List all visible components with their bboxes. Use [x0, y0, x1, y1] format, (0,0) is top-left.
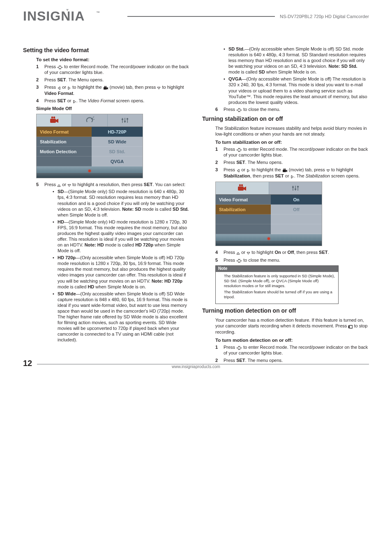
screenshot-footer [37, 166, 143, 178]
text: when Simple Mode is on. [94, 284, 146, 289]
menu-option: On [271, 195, 322, 205]
record-mode-icon [57, 65, 63, 69]
set-label: SET [319, 250, 327, 255]
text: or [240, 167, 247, 172]
text: to close the menu. [242, 107, 280, 112]
note-label: Note: SD [122, 207, 141, 212]
text: Press [224, 345, 236, 350]
right-arrow-icon [67, 85, 71, 90]
svg-rect-16 [238, 187, 244, 191]
menu-item: Stabilization [216, 205, 271, 214]
heading-to-turn-stabilization: To turn stabilization on or off: [215, 139, 369, 145]
bullet-sd: SD—(Simple Mode only) SD mode resolution… [53, 189, 190, 217]
menu-option: QVGA [92, 157, 143, 166]
text: or [284, 173, 291, 178]
step-5: 5 Press or to highlight a resolution, th… [36, 182, 190, 343]
text: to highlight a resolution, then press [71, 182, 144, 187]
text: Press [44, 77, 57, 82]
footer-bar: 12 www.insigniaproducts.com [23, 359, 369, 368]
note-label: Note: HD 720p [152, 279, 182, 283]
set-label: SET [236, 160, 245, 165]
text: when Simple Mode is off. [58, 212, 108, 217]
set-label: SET [57, 77, 66, 82]
text: to enter Record mode. The record/power i… [44, 64, 189, 75]
menu-item-empty [216, 224, 271, 234]
text: to enter Record mode. The record/power i… [224, 147, 368, 157]
video-format-italic: Video Format [88, 98, 115, 103]
note-bold: SD [258, 69, 265, 74]
text: Press [44, 182, 57, 187]
svg-rect-3 [104, 87, 107, 90]
bullet-text: —(Only accessible when Simple Mode is of… [228, 76, 367, 104]
svg-text:INSIGNIA: INSIGNIA [23, 9, 85, 23]
bullet-label: SD [58, 189, 64, 194]
note-bold: HD [88, 284, 94, 289]
stab-step-2: 2 Press SET. The Menu opens. [215, 159, 369, 165]
text: to highlight the [250, 167, 282, 172]
bullet-label: SD Wide [58, 291, 76, 296]
menu-screenshot-stabilization: Video Format Stabilization On Off [215, 182, 322, 246]
text: Your camcorder has a motion detection fe… [215, 318, 364, 328]
text: Press [224, 107, 236, 112]
stab-step-1: 1 Press to enter Record mode. The record… [215, 146, 369, 158]
simple-mode-off-label: Simple Mode Off [36, 106, 190, 111]
down-arrow-icon [326, 167, 330, 173]
heading-to-set-video-format: To set the video format: [36, 57, 190, 63]
svg-point-7 [51, 117, 53, 119]
record-stop-icon [348, 323, 353, 329]
screenshot-footer [216, 234, 322, 246]
up-arrow-icon [236, 250, 240, 256]
svg-point-4 [104, 86, 105, 87]
right-arrow-icon [73, 98, 76, 104]
text: or [66, 98, 73, 103]
set-label: SET [144, 182, 152, 187]
svg-point-18 [241, 184, 243, 187]
down-arrow-icon [247, 250, 250, 256]
tab-settings [269, 182, 322, 194]
text: to enter Record mode. The record/power i… [224, 345, 368, 355]
step-2: 2 Press SET. The Menu opens. [36, 77, 190, 83]
tab-movie [216, 182, 269, 194]
text: . The [294, 173, 306, 178]
text: or [281, 250, 288, 255]
svg-point-14 [283, 168, 284, 170]
record-mode-icon [236, 258, 242, 263]
set-label: SET [57, 98, 66, 103]
up-arrow-icon [57, 182, 61, 188]
stab-step-5: 5 Press to close the menu. [215, 257, 369, 263]
svg-rect-12 [127, 118, 128, 120]
bullet-sdstd: SD Std.—(Only accessible when Simple Mod… [224, 46, 369, 75]
text: , then press [294, 250, 319, 255]
header-rule [127, 16, 275, 17]
note-box: Note The Stabilization feature is only s… [215, 265, 339, 304]
text: screen opens. [115, 98, 144, 103]
note-label: Note: SD Std. [328, 64, 357, 69]
record-mode-icon [236, 147, 242, 152]
video-format-label: Video Format [44, 91, 73, 96]
text: Press [224, 147, 236, 152]
menu-option-empty [271, 214, 322, 224]
text: , then press [250, 173, 275, 178]
stabilization-intro: The Stabilization feature increases stab… [215, 125, 369, 137]
text: . [73, 91, 74, 96]
stabilization-italic: Stabilization [306, 173, 330, 178]
svg-rect-13 [283, 170, 286, 172]
right-arrow-icon [247, 167, 250, 173]
bullet-label: QVGA [228, 76, 242, 81]
bullet-sdwide: SD Wide—(Only accessible when Simple Mod… [53, 291, 190, 343]
down-arrow-icon [67, 182, 71, 188]
text: . The Menu opens. [245, 160, 283, 165]
text: Press [224, 258, 236, 263]
tab-movie [37, 114, 72, 127]
menu-item-empty [216, 214, 271, 224]
menu-item: Stabilization [37, 137, 92, 147]
text: to highlight the [71, 85, 103, 90]
left-column: Setting the video format To set the vide… [23, 45, 190, 365]
set-label: SET [275, 173, 284, 178]
text: Press [224, 250, 236, 255]
stabilization-label: Stabilization [224, 173, 250, 178]
heading-to-turn-motion: To turn motion detection on or off: [215, 337, 369, 343]
svg-rect-10 [122, 119, 123, 120]
svg-rect-23 [350, 325, 353, 328]
footer-url: www.insigniaproducts.com [172, 364, 220, 369]
